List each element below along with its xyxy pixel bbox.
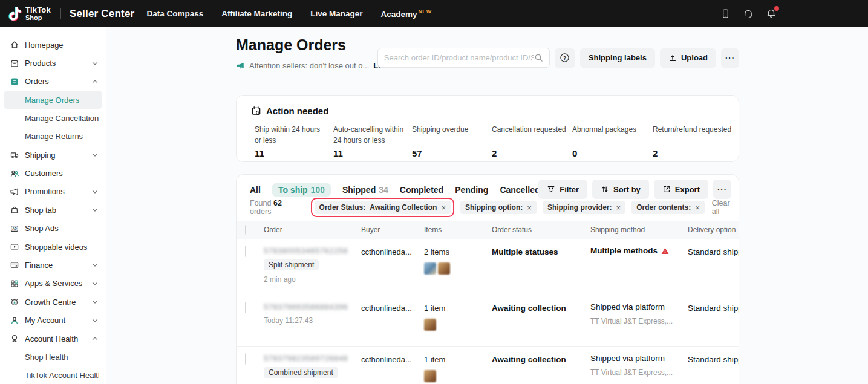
close-icon[interactable]: × <box>695 204 700 212</box>
chevron-down-icon <box>91 188 99 195</box>
select-all-checkbox[interactable] <box>245 225 246 235</box>
mobile-app-icon[interactable] <box>720 8 731 19</box>
notifications-bell-icon[interactable] <box>766 8 777 19</box>
row-checkbox[interactable] <box>245 302 246 313</box>
svg-text:AD: AD <box>12 227 17 230</box>
help-button[interactable]: ? <box>555 48 575 68</box>
header-more-button[interactable]: ··· <box>721 48 739 68</box>
ad-icon: AD <box>10 224 19 233</box>
product-thumbnail[interactable] <box>438 262 450 275</box>
items-count: 2 items <box>424 247 449 256</box>
sidebar-item-growth-centre[interactable]: Growth Centre <box>0 293 106 311</box>
order-id-blurred[interactable]: 578379823589726848 <box>264 354 354 363</box>
buyer-name[interactable]: ccthonlineda... <box>361 304 412 313</box>
shipping-labels-button[interactable]: Shipping labels <box>580 48 655 68</box>
tab-all[interactable]: All <box>250 185 261 195</box>
sort-by-button[interactable]: Sort by <box>592 180 649 199</box>
orders-more-button[interactable]: ··· <box>713 180 731 199</box>
customers-icon <box>10 169 19 178</box>
sidebar-item-finance[interactable]: Finance <box>0 256 106 274</box>
order-search[interactable] <box>377 48 550 68</box>
stat-auto-cancelling[interactable]: Auto-cancelling within 24 hours or less … <box>333 124 412 158</box>
nav-affiliate-marketing[interactable]: Affiliate Marketing <box>221 9 292 18</box>
tiktok-shop-logo[interactable]: TikTok Shop <box>8 6 51 22</box>
stat-abnormal-packages[interactable]: Abnormal packages 0 <box>572 124 653 158</box>
sidebar-item-customers[interactable]: Customers <box>0 164 106 182</box>
warning-triangle-icon[interactable] <box>661 247 669 255</box>
product-thumbnail[interactable] <box>424 319 436 331</box>
sidebar-item-shipping[interactable]: Shipping <box>0 146 106 164</box>
filter-button[interactable]: Filter <box>538 180 587 199</box>
close-icon[interactable]: × <box>441 204 446 212</box>
close-icon[interactable]: × <box>527 204 532 212</box>
shipping-method: Shipped via platform <box>590 354 688 363</box>
badge-ribbon-icon <box>10 334 19 343</box>
topbar-icon-group <box>720 0 789 27</box>
upload-button[interactable]: Upload <box>660 48 716 68</box>
sidebar-item-shop-ads[interactable]: AD Shop Ads <box>0 220 106 238</box>
stat-cancellation-requested[interactable]: Cancellation requested 2 <box>492 124 572 158</box>
buyer-name[interactable]: ccthonlineda... <box>361 247 412 256</box>
info-circle-icon[interactable]: ? <box>738 226 739 234</box>
filter-chip-shipping-provider[interactable]: Shipping provider: × <box>543 201 625 214</box>
stat-shipping-overdue[interactable]: Shipping overdue 57 <box>412 124 492 158</box>
tab-shipped[interactable]: Shipped 34 <box>342 185 388 195</box>
tiktok-note-icon <box>8 6 22 22</box>
sidebar-item-orders[interactable]: Orders <box>0 73 106 91</box>
buyer-name[interactable]: ccthonlineda... <box>361 355 412 364</box>
product-thumbnail[interactable] <box>424 370 436 382</box>
product-name[interactable]: Seller Center <box>70 8 134 20</box>
tab-to-ship[interactable]: To ship 100 <box>272 183 331 197</box>
tab-completed[interactable]: Completed <box>400 185 443 195</box>
sidebar-item-shop-tab[interactable]: Shop tab <box>0 201 106 219</box>
sidebar-item-shoppable-videos[interactable]: Shoppable videos <box>0 238 106 256</box>
order-row-2[interactable]: 578378693586884396 Today 11:27:43 ccthon… <box>237 295 739 347</box>
filter-chip-shipping-option[interactable]: Shipping option: × <box>460 201 537 214</box>
export-button[interactable]: Export <box>654 180 708 199</box>
chevron-up-icon <box>91 78 99 85</box>
delivery-option: Standard shipping <box>688 355 739 364</box>
stat-return-refund[interactable]: Return/refund requested 2 <box>653 124 743 158</box>
close-icon[interactable]: × <box>616 204 621 212</box>
row-checkbox[interactable] <box>245 353 246 365</box>
stat-ship-within-24h[interactable]: Ship within 24 hours or less 11 <box>255 124 333 158</box>
sidebar-item-shop-health[interactable]: Shop Health <box>0 348 106 366</box>
shipping-method: Shipped via platform <box>590 302 688 311</box>
order-id-blurred[interactable]: 578380053465762256 <box>264 246 354 255</box>
sidebar-item-promotions[interactable]: Promotions <box>0 183 106 201</box>
sidebar-item-homepage[interactable]: Homepage <box>0 36 106 54</box>
order-id-blurred[interactable]: 578378693586884396 <box>264 302 354 311</box>
product-thumbnail[interactable] <box>424 262 436 275</box>
sidebar-item-manage-cancellations[interactable]: Manage Cancellations <box>0 109 106 127</box>
nav-live-manager[interactable]: Live Manager <box>310 9 362 18</box>
sidebar-item-tiktok-account-health[interactable]: TikTok Account Health <box>0 366 106 384</box>
order-row-1[interactable]: 578380053465762256 Split shipment 2 min … <box>237 239 739 295</box>
nav-data-compass[interactable]: Data Compass <box>146 9 203 18</box>
row-checkbox[interactable] <box>245 246 246 257</box>
action-needed-title: Action needed <box>266 106 328 116</box>
sidebar-item-account-health[interactable]: Account Health <box>0 330 106 348</box>
top-nav-links: Data Compass Affiliate Marketing Live Ma… <box>146 8 431 19</box>
nav-academy[interactable]: AcademyNEW <box>381 8 432 19</box>
sidebar-item-manage-returns[interactable]: Manage Returns <box>0 128 106 146</box>
order-time: 2 min ago <box>264 275 361 284</box>
sidebar-item-my-account[interactable]: My Account <box>0 311 106 329</box>
export-icon <box>662 185 671 194</box>
filter-chip-order-status[interactable]: Order Status: Awaiting Collection × <box>315 201 451 214</box>
search-icon[interactable] <box>534 53 543 62</box>
sidebar-item-products[interactable]: Products <box>0 54 106 72</box>
item-thumbnails <box>424 262 492 275</box>
order-row-3[interactable]: 578379823589726848 Combined shipment Tod… <box>237 347 739 384</box>
page-header: Manage Orders Attention sellers: don't l… <box>236 27 739 95</box>
filter-chip-order-contents[interactable]: Order contents: × <box>631 201 705 214</box>
sort-arrows-icon <box>601 185 609 194</box>
tab-cancelled[interactable]: Cancelled <box>500 185 540 195</box>
sidebar-item-apps-services[interactable]: Apps & Services <box>0 275 106 293</box>
support-headset-icon[interactable] <box>743 8 754 19</box>
table-body: 578380053465762256 Split shipment 2 min … <box>237 239 739 384</box>
sidebar-item-manage-orders[interactable]: Manage Orders <box>4 91 102 109</box>
chevron-down-icon <box>91 317 99 324</box>
search-input[interactable] <box>384 53 534 62</box>
tab-pending[interactable]: Pending <box>455 185 488 195</box>
clear-all-link[interactable]: Clear all <box>712 199 739 216</box>
